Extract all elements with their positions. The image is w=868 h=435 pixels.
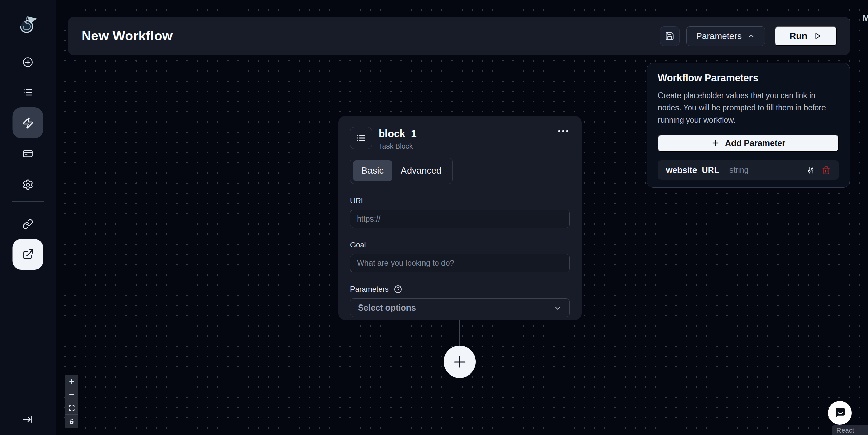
sliders-icon — [806, 166, 815, 175]
credit-card-icon — [22, 148, 33, 159]
run-button-label: Run — [790, 31, 807, 41]
parameters-select-value: Select options — [358, 303, 416, 313]
fit-view-icon — [69, 405, 75, 411]
workflow-parameters-panel: Workflow Parameters Create placeholder v… — [647, 63, 850, 188]
zoom-out-button[interactable]: − — [65, 388, 78, 401]
sidebar-item-billing[interactable] — [22, 148, 33, 159]
block-type-iconbox — [350, 127, 372, 149]
block-subtitle: Task Block — [379, 142, 417, 150]
block-title: block_1 — [379, 128, 417, 139]
chat-bubble-icon — [833, 406, 846, 419]
add-block-button[interactable] — [444, 346, 476, 378]
lightning-icon — [22, 117, 34, 129]
link-icon — [22, 219, 33, 229]
parameter-type: string — [729, 166, 748, 175]
attribution-label: React Flow — [836, 427, 854, 435]
url-input[interactable] — [350, 210, 570, 228]
tab-advanced[interactable]: Advanced — [392, 160, 450, 181]
chevron-down-icon — [553, 303, 562, 312]
sidebar-collapse-button[interactable] — [22, 414, 33, 425]
sidebar-item-settings[interactable] — [22, 179, 34, 190]
ellipsis-icon — [558, 129, 569, 133]
block-titles: block_1 Task Block — [379, 127, 417, 150]
chevron-up-icon — [747, 32, 755, 40]
block-menu-button[interactable] — [557, 127, 570, 135]
tab-basic[interactable]: Basic — [353, 160, 392, 181]
sidebar-item-runs[interactable] — [22, 87, 33, 98]
panel-description: Create placeholder values that you can l… — [658, 89, 834, 126]
zoom-out-icon: − — [69, 389, 74, 400]
fit-view-button[interactable] — [65, 401, 78, 415]
add-parameter-button[interactable]: Add Parameter — [658, 135, 839, 152]
task-block-node[interactable]: block_1 Task Block Basic Advanced URL Go… — [338, 116, 582, 320]
app-logo[interactable] — [17, 14, 39, 35]
plus-icon — [452, 354, 468, 370]
parameters-field-label: Parameters — [350, 285, 570, 294]
edit-parameter-button[interactable] — [806, 166, 815, 175]
sidebar-item-create[interactable] — [22, 57, 33, 68]
external-link-icon — [22, 248, 34, 261]
block-header: block_1 Task Block — [350, 127, 570, 150]
dragon-logo-icon — [17, 14, 39, 35]
parameter-name: website_URL — [666, 165, 719, 175]
sidebar-item-integrations[interactable] — [22, 219, 33, 229]
parameters-select[interactable]: Select options — [350, 298, 570, 317]
save-button[interactable] — [660, 26, 680, 46]
parameters-toggle-button[interactable]: Parameters — [686, 26, 765, 46]
workflow-header: New Workflow Parameters Run — [68, 17, 850, 55]
canvas-controls: + − — [65, 375, 78, 428]
goal-field-label: Goal — [350, 241, 570, 249]
trash-icon — [822, 166, 831, 175]
sidebar-divider — [12, 201, 44, 202]
sidebar — [0, 0, 56, 435]
parameters-button-label: Parameters — [696, 31, 742, 41]
plus-icon — [711, 139, 720, 147]
list-icon — [22, 87, 33, 98]
save-icon — [665, 31, 674, 41]
block-tabs: Basic Advanced — [350, 158, 453, 184]
add-parameter-label: Add Parameter — [725, 138, 785, 148]
parameters-label-text: Parameters — [350, 285, 389, 294]
play-icon — [813, 32, 822, 40]
plus-circle-icon — [22, 57, 33, 68]
chat-launcher-button[interactable] — [828, 401, 852, 425]
help-circle-icon[interactable] — [394, 285, 402, 294]
parameter-actions — [806, 166, 831, 175]
edge-connector — [459, 320, 460, 346]
unlock-icon — [69, 418, 75, 424]
list-icon — [355, 132, 367, 144]
sidebar-item-workflows[interactable] — [13, 107, 43, 138]
react-flow-attribution[interactable]: React Flow — [832, 425, 868, 435]
page-title: New Workflow — [82, 29, 173, 44]
sidebar-item-share[interactable] — [13, 239, 43, 270]
url-label-text: URL — [350, 196, 365, 205]
workflow-editor-screen: New Workflow Parameters Run — [0, 0, 868, 435]
run-button[interactable]: Run — [775, 26, 837, 46]
clipped-edge-text: M — [862, 13, 868, 23]
goal-label-text: Goal — [350, 241, 366, 249]
parameter-row: website_URL string — [658, 160, 839, 180]
panel-title: Workflow Parameters — [658, 72, 839, 84]
zoom-in-icon: + — [69, 376, 74, 387]
goal-input[interactable] — [350, 254, 570, 272]
lock-toggle-button[interactable] — [65, 415, 78, 428]
delete-parameter-button[interactable] — [822, 166, 831, 175]
url-field-label: URL — [350, 196, 570, 205]
gear-icon — [22, 179, 34, 190]
arrow-right-to-line-icon — [22, 414, 33, 425]
zoom-in-button[interactable]: + — [65, 375, 78, 388]
